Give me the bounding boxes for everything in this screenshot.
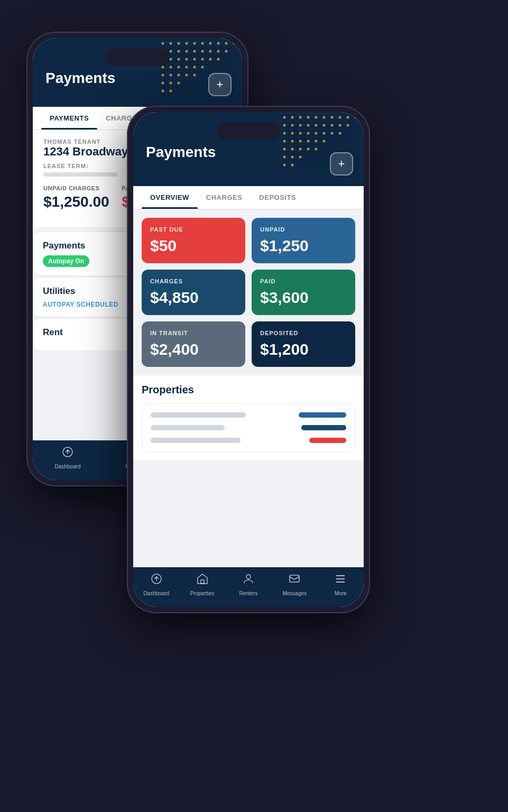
svg-point-88	[283, 164, 286, 167]
front-tab-overview[interactable]: OVERVIEW	[142, 186, 198, 209]
front-past-due-value: $50	[150, 237, 237, 255]
front-nav-messages-label: Messages	[282, 590, 307, 596]
front-prop-row-1	[151, 412, 346, 418]
front-card-deposited[interactable]: DEPOSITED $1,200	[252, 321, 355, 367]
front-properties-icon	[196, 573, 209, 588]
front-prop-row-2	[151, 425, 346, 430]
svg-point-59	[299, 124, 302, 127]
phone-front: Payments + OVERVIEW CHARGES DEPOSITS PAS…	[127, 106, 370, 613]
front-nav-more[interactable]: More	[318, 573, 364, 596]
front-messages-icon	[288, 573, 301, 588]
svg-point-51	[315, 116, 318, 119]
front-nav-dashboard-label: Dashboard	[143, 590, 169, 596]
svg-point-73	[339, 132, 341, 135]
svg-point-18	[225, 50, 228, 53]
front-nav-properties[interactable]: Properties	[179, 573, 225, 596]
svg-point-27	[162, 66, 164, 69]
front-tabs: OVERVIEW CHARGES DEPOSITS	[133, 186, 364, 209]
svg-point-63	[331, 124, 334, 127]
svg-point-16	[209, 50, 212, 53]
svg-point-14	[193, 50, 196, 53]
svg-point-67	[291, 132, 294, 135]
back-unpaid-amount: $1,250.00	[43, 193, 109, 210]
back-dashboard-icon	[61, 446, 74, 462]
back-notch	[106, 49, 169, 66]
svg-point-79	[323, 140, 326, 143]
svg-point-3	[186, 42, 188, 45]
front-nav-renters[interactable]: Renters	[225, 573, 271, 596]
back-header-title: Payments	[45, 70, 229, 87]
svg-point-2	[178, 42, 180, 45]
svg-point-58	[291, 124, 294, 127]
svg-point-0	[162, 42, 164, 45]
front-unpaid-value: $1,250	[260, 237, 347, 255]
svg-point-24	[201, 58, 204, 61]
svg-point-57	[283, 124, 286, 127]
svg-point-26	[217, 58, 220, 61]
svg-point-72	[331, 132, 334, 135]
svg-point-56	[355, 116, 357, 119]
back-nav-dashboard-label: Dashboard	[55, 464, 81, 469]
front-paid-value: $3,600	[260, 289, 347, 307]
svg-point-50	[307, 116, 310, 119]
front-add-button[interactable]: +	[330, 152, 353, 176]
svg-point-70	[315, 132, 318, 135]
svg-point-42	[170, 90, 172, 93]
front-card-past-due[interactable]: PAST DUE $50	[142, 218, 245, 263]
back-add-button[interactable]: +	[208, 73, 232, 96]
front-phone-screen: Payments + OVERVIEW CHARGES DEPOSITS PAS…	[133, 112, 364, 607]
front-nav-renters-label: Renters	[239, 590, 258, 596]
front-prop-right-2	[301, 425, 346, 430]
svg-point-74	[283, 140, 286, 143]
svg-point-93	[246, 575, 251, 579]
back-autopay-badge: Autopay On	[43, 255, 89, 267]
svg-point-12	[178, 50, 180, 53]
svg-point-5	[201, 42, 204, 45]
svg-point-64	[339, 124, 341, 127]
back-unpaid-col: UNPAID CHARGES $1,250.00	[43, 185, 109, 210]
svg-point-61	[315, 124, 318, 127]
svg-point-75	[291, 140, 294, 143]
svg-point-65	[347, 124, 349, 127]
front-card-unpaid[interactable]: UNPAID $1,250	[252, 218, 355, 263]
svg-point-6	[209, 42, 212, 45]
front-bottom-nav: Dashboard Properties Ren	[133, 567, 364, 607]
svg-point-52	[323, 116, 326, 119]
svg-point-28	[170, 66, 172, 69]
front-tab-deposits[interactable]: DEPOSITS	[251, 186, 304, 209]
front-header-title: Payments	[146, 144, 351, 161]
front-nav-messages[interactable]: Messages	[272, 573, 318, 596]
svg-point-60	[307, 124, 310, 127]
svg-point-30	[186, 66, 188, 69]
front-nav-dashboard[interactable]: Dashboard	[133, 573, 179, 596]
front-card-in-transit[interactable]: IN TRANSIT $2,400	[142, 321, 245, 367]
front-deposited-value: $1,200	[260, 340, 347, 358]
svg-point-17	[217, 50, 220, 53]
front-in-transit-label: IN TRANSIT	[150, 330, 237, 336]
svg-point-53	[331, 116, 334, 119]
back-nav-dashboard[interactable]: Dashboard	[33, 446, 103, 469]
svg-point-77	[307, 140, 310, 143]
front-properties-section: Properties	[133, 375, 364, 460]
svg-point-9	[233, 42, 236, 45]
svg-point-55	[347, 116, 349, 119]
svg-point-20	[170, 58, 172, 61]
svg-point-41	[162, 90, 164, 93]
front-unpaid-label: UNPAID	[260, 226, 347, 233]
svg-point-25	[209, 58, 212, 61]
front-nav-properties-label: Properties	[190, 590, 215, 596]
front-card-paid[interactable]: PAID $3,600	[252, 270, 355, 315]
svg-point-8	[225, 42, 228, 45]
back-tab-payments[interactable]: PAYMENTS	[41, 107, 97, 130]
front-card-charges[interactable]: CHARGES $4,850	[142, 270, 245, 315]
svg-point-47	[283, 116, 286, 119]
front-prop-left-2	[151, 425, 225, 430]
svg-point-1	[170, 42, 172, 45]
front-renters-icon	[242, 573, 255, 588]
svg-point-11	[170, 50, 172, 53]
svg-point-15	[201, 50, 204, 53]
back-unpaid-label: UNPAID CHARGES	[43, 185, 109, 191]
svg-point-66	[283, 132, 286, 135]
front-tab-charges[interactable]: CHARGES	[198, 186, 251, 209]
svg-point-49	[299, 116, 302, 119]
